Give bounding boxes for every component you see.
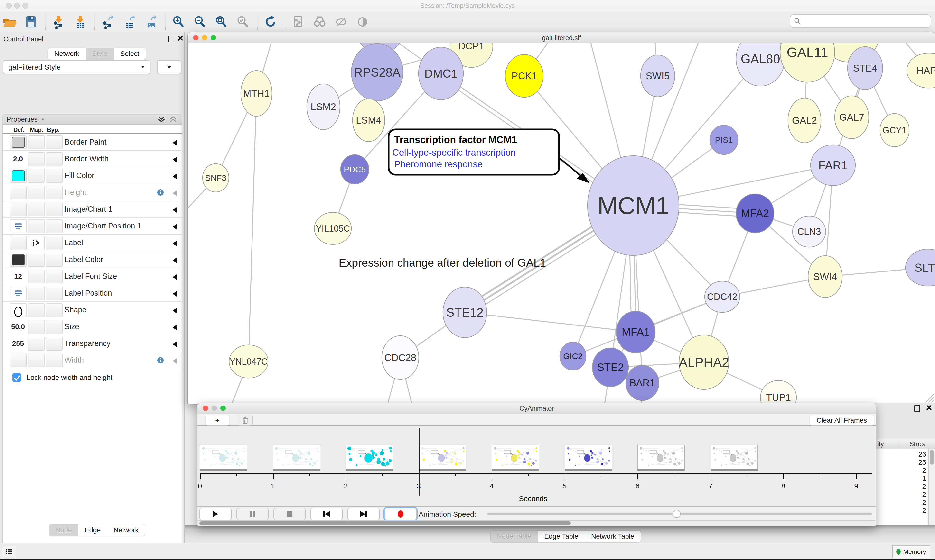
tab-edge[interactable]: Edge	[79, 524, 107, 536]
tab-node-table[interactable]: Node Table	[491, 531, 538, 542]
map-cell[interactable]	[28, 286, 45, 300]
frame-thumbnail-6[interactable]	[637, 445, 685, 471]
def-cell[interactable]	[10, 169, 26, 183]
def-value[interactable]: 255	[10, 337, 26, 350]
map-cell[interactable]	[28, 354, 45, 367]
expand-row-icon[interactable]	[173, 358, 176, 364]
network-node-PCK1[interactable]: PCK1	[505, 54, 543, 97]
tab-select[interactable]: Select	[114, 48, 146, 60]
network-node-LSM4[interactable]: LSM4	[353, 99, 385, 142]
network-node-STE2[interactable]: STE2	[592, 348, 628, 387]
byp-cell[interactable]	[46, 236, 63, 250]
def-cell[interactable]	[10, 303, 26, 317]
record-button[interactable]	[384, 508, 417, 520]
add-frame-button[interactable]: +	[205, 415, 229, 426]
def-value[interactable]: 50.0	[10, 320, 26, 333]
map-cell[interactable]	[28, 253, 45, 267]
pause-button[interactable]	[236, 508, 268, 520]
expand-row-icon[interactable]	[173, 191, 176, 196]
export-image-button[interactable]	[143, 15, 158, 29]
network-node-SLT2[interactable]: SLT2	[906, 249, 935, 286]
animation-timeline[interactable]: 0123456789Seconds	[197, 426, 876, 506]
network-node-GAL11[interactable]: GAL11	[780, 43, 835, 82]
tab-style[interactable]: Style	[86, 48, 114, 60]
search-input[interactable]	[801, 17, 930, 25]
network-node-GAL7[interactable]: GAL7	[835, 96, 869, 138]
def-value[interactable]: 12	[10, 270, 26, 283]
network-snapshot-button[interactable]	[291, 15, 305, 29]
expand-row-icon[interactable]	[173, 291, 176, 297]
map-cell[interactable]	[28, 152, 45, 166]
collapse-all-icon[interactable]	[168, 116, 178, 123]
network-node-PIS1[interactable]: PIS1	[710, 125, 738, 154]
network-node-GAL80[interactable]: GAL80	[736, 43, 785, 86]
frame-thumbnail-3[interactable]	[419, 445, 466, 471]
expand-row-icon[interactable]	[173, 342, 176, 347]
map-cell[interactable]	[28, 303, 45, 317]
network-node-TUP1[interactable]: TUP1	[761, 380, 796, 404]
map-cell[interactable]	[28, 337, 45, 351]
byp-cell[interactable]	[46, 270, 63, 283]
expand-row-icon[interactable]	[173, 140, 176, 146]
frame-thumbnail-1[interactable]	[273, 445, 320, 471]
save-session-button[interactable]	[24, 15, 38, 29]
def-cell[interactable]	[10, 135, 26, 149]
import-table-button[interactable]	[73, 15, 87, 29]
expand-row-icon[interactable]	[173, 157, 176, 162]
expand-row-icon[interactable]	[173, 241, 176, 246]
expand-row-icon[interactable]	[173, 258, 176, 263]
network-canvas[interactable]: RPS28BDCP1RPS28ADMC1PCK1MTH1LSM2LSM4SWI5…	[188, 43, 935, 404]
byp-cell[interactable]	[46, 135, 63, 149]
tab-network[interactable]: Network	[48, 48, 86, 60]
byp-cell[interactable]	[46, 320, 63, 334]
network-node-BAR1[interactable]: BAR1	[626, 365, 659, 400]
tab-network-table[interactable]: Network Table	[585, 531, 640, 542]
zoom-selected-button[interactable]	[236, 15, 250, 29]
float-panel-icon[interactable]	[168, 35, 174, 43]
network-node-DMC1[interactable]: DMC1	[418, 47, 463, 100]
close-panel-icon[interactable]	[926, 405, 932, 411]
frame-thumbnail-5[interactable]	[565, 445, 612, 471]
properties-header[interactable]: Properties	[3, 115, 182, 125]
byp-cell[interactable]	[46, 152, 63, 166]
timeline-horizontal-scrollbar[interactable]	[197, 520, 876, 526]
map-cell[interactable]	[28, 270, 45, 283]
network-node-GCY1[interactable]: GCY1	[880, 114, 909, 147]
network-node-CDC28[interactable]: CDC28	[382, 336, 419, 380]
map-cell[interactable]	[28, 169, 45, 183]
map-cell[interactable]	[28, 236, 45, 250]
next-frame-button[interactable]	[347, 508, 380, 520]
network-node-MCM1[interactable]: MCM1	[588, 156, 679, 255]
map-cell[interactable]	[28, 320, 45, 334]
byp-cell[interactable]	[46, 303, 63, 317]
zoom-fit-button[interactable]	[214, 15, 228, 29]
def-cell[interactable]	[10, 286, 26, 300]
lock-size-checkbox[interactable]	[12, 373, 21, 382]
map-cell[interactable]	[28, 219, 45, 233]
network-node-MFA2[interactable]: MFA2	[736, 194, 774, 233]
def-value[interactable]: 2.0	[10, 152, 26, 165]
network-node-HAP2[interactable]: HAP2	[907, 53, 935, 88]
style-selector[interactable]: galFiltered Style	[3, 60, 150, 74]
cyanimator-titlebar[interactable]: CyAnimator	[197, 403, 876, 414]
network-node-MTH1[interactable]: MTH1	[241, 71, 272, 116]
expand-row-icon[interactable]	[173, 174, 176, 179]
first-neighbors-button[interactable]	[313, 15, 327, 29]
export-table-button[interactable]	[122, 15, 136, 29]
close-panel-icon[interactable]	[177, 35, 183, 42]
import-network-button[interactable]	[52, 15, 66, 29]
info-icon[interactable]	[157, 189, 164, 197]
hide-selected-button[interactable]	[334, 15, 348, 29]
def-cell[interactable]	[10, 219, 26, 233]
tab-node[interactable]: Node	[49, 524, 79, 536]
byp-cell[interactable]	[46, 286, 63, 300]
search-box[interactable]	[790, 14, 931, 28]
map-cell[interactable]	[28, 135, 45, 149]
timeline-playhead[interactable]	[419, 428, 420, 495]
def-cell[interactable]	[10, 236, 26, 250]
network-node-YIL105C[interactable]: YIL105C	[314, 212, 351, 245]
byp-cell[interactable]	[46, 337, 63, 351]
def-cell[interactable]	[10, 203, 26, 216]
byp-cell[interactable]	[46, 203, 63, 216]
network-node-YNL047C[interactable]: YNL047C	[229, 345, 268, 378]
